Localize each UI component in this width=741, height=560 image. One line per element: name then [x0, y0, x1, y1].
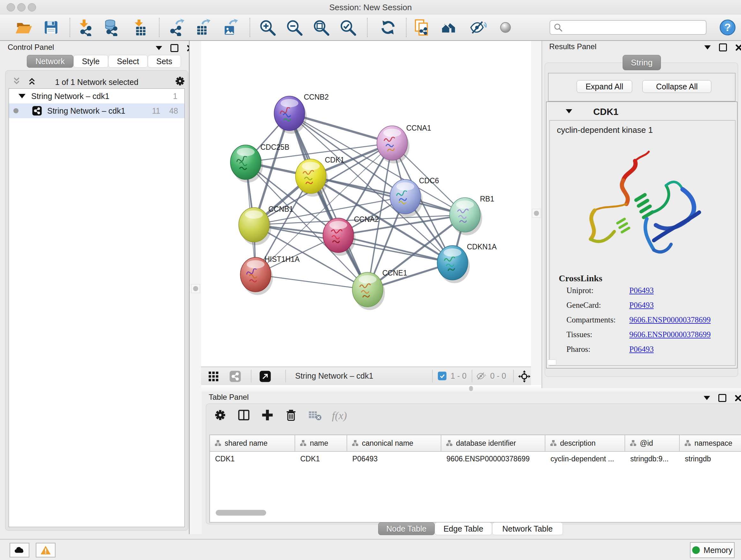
control-panel-tab-bar: NetworkStyleSelectSets	[27, 55, 181, 68]
tab-node-table[interactable]: Node Table	[378, 522, 434, 535]
show-columns-button[interactable]	[237, 408, 251, 423]
results-panel-close-icon[interactable]	[735, 44, 741, 51]
crosslink-value-link[interactable]: P06493	[629, 345, 654, 354]
table-horizontal-scrollbar[interactable]	[216, 510, 266, 516]
tree-expand-triangle-icon[interactable]	[18, 94, 25, 98]
network-badge-button[interactable]	[229, 370, 241, 384]
right-splitter-handle[interactable]	[532, 209, 541, 218]
network-node-label-CDC25B: CDC25B	[260, 143, 289, 151]
tab-style[interactable]: Style	[73, 55, 109, 68]
network-options-gear-button[interactable]	[174, 75, 186, 88]
column-header-namespace[interactable]: namespace	[680, 435, 741, 451]
search-input[interactable]	[549, 20, 706, 35]
crosslink-value-link[interactable]: P06493	[629, 301, 654, 310]
results-panel-float-icon[interactable]	[719, 44, 727, 51]
delete-table-button[interactable]	[308, 408, 322, 424]
table-panel-float-icon[interactable]	[718, 394, 726, 402]
table-cell[interactable]: 9606.ENSP00000378699	[441, 452, 545, 466]
protein-structure-image	[569, 142, 710, 266]
refresh-button[interactable]	[379, 18, 397, 37]
network-tree-child-row[interactable]: String Network – cdk1 11 48	[9, 104, 185, 118]
left-splitter[interactable]	[189, 41, 202, 534]
column-header-description[interactable]: description	[545, 435, 625, 451]
home-view-button[interactable]	[441, 18, 459, 37]
clone-network-button[interactable]	[413, 18, 431, 37]
control-panel-float-icon[interactable]	[171, 44, 179, 52]
entry-scrollbar-corner[interactable]	[547, 360, 556, 365]
column-header-shared-name[interactable]: shared name	[210, 435, 295, 451]
detach-view-button[interactable]	[259, 370, 271, 384]
expand-all-button[interactable]: Expand All	[577, 80, 632, 93]
houses-icon	[441, 19, 459, 36]
network-node-label-CDC6: CDC6	[419, 177, 439, 185]
column-header--id[interactable]: @id	[625, 435, 680, 451]
function-builder-button[interactable]: f(x)	[332, 410, 347, 422]
horizontal-splitter-handle[interactable]	[469, 386, 473, 391]
right-splitter[interactable]	[531, 41, 542, 388]
add-column-button[interactable]	[260, 408, 274, 423]
table-settings-button[interactable]	[213, 408, 227, 423]
warnings-button[interactable]	[36, 543, 56, 557]
hide-unhide-button[interactable]	[469, 18, 487, 37]
table-panel-collapse-icon[interactable]	[704, 396, 710, 400]
network-view-canvas[interactable]: CCNB2CCNA1CDC25BCDK1CDC6RB1CCNB1CCNA2CDK…	[201, 41, 531, 367]
zoom-in-button[interactable]	[259, 18, 276, 37]
table-cell[interactable]: stringdb:9...	[625, 452, 680, 466]
memory-button[interactable]: Memory	[690, 542, 735, 558]
zoom-fit-button[interactable]	[312, 18, 330, 37]
column-header-name[interactable]: name	[295, 435, 347, 451]
table-cell[interactable]: CDK1	[295, 452, 347, 466]
table-cell[interactable]: stringdb	[680, 452, 741, 466]
collapse-all-button[interactable]: Collapse All	[643, 80, 711, 93]
network-node-label-RB1: RB1	[480, 195, 494, 203]
table-row[interactable]: CDK1CDK1P064939606.ENSP00000378699cyclin…	[210, 452, 741, 466]
results-panel-collapse-icon[interactable]	[704, 45, 711, 50]
cloud-button[interactable]	[10, 543, 29, 557]
crosslink-value-link[interactable]: P06493	[629, 286, 654, 295]
table-cell[interactable]: CDK1	[210, 452, 295, 466]
tab-sets[interactable]: Sets	[148, 55, 181, 68]
collection-network-count: 1	[173, 91, 178, 101]
help-button[interactable]: ?	[719, 18, 737, 37]
table-cell[interactable]: P06493	[347, 452, 441, 466]
open-session-button[interactable]	[15, 18, 32, 37]
crosslink-value-link[interactable]: 9606.ENSP00000378699	[629, 315, 711, 324]
tab-network[interactable]: Network	[27, 55, 73, 68]
results-tab-string[interactable]: String	[623, 55, 661, 70]
center-view-button[interactable]	[518, 370, 531, 384]
tab-select[interactable]: Select	[108, 55, 147, 68]
network-tree-root-row[interactable]: String Network – cdk1 1	[9, 89, 185, 104]
import-table-button[interactable]	[131, 18, 149, 37]
annotation-mode-button[interactable]	[496, 18, 515, 37]
network-edge-CDK1-RB1[interactable]	[311, 176, 465, 215]
window-title: Session: New Session	[0, 3, 741, 12]
network-edge-CCNB2-CCNE1[interactable]	[289, 113, 367, 290]
control-panel-collapse-icon[interactable]	[156, 46, 162, 50]
grid-view-button[interactable]	[208, 371, 219, 383]
entry-expand-triangle-icon[interactable]	[566, 109, 572, 113]
zoom-out-button[interactable]	[285, 18, 303, 37]
import-network-button[interactable]	[77, 18, 94, 37]
export-network-button[interactable]	[167, 18, 185, 37]
import-network-from-database-button[interactable]	[104, 18, 121, 37]
delete-column-button[interactable]	[284, 408, 298, 423]
tab-edge-table[interactable]: Edge Table	[434, 522, 492, 535]
selected-items-checkbox[interactable]	[438, 372, 447, 380]
save-session-button[interactable]	[42, 18, 60, 37]
column-header-canonical-name[interactable]: canonical name	[347, 435, 441, 451]
export-table-button[interactable]	[194, 18, 212, 37]
node-table: shared namenamecanonical namedatabase id…	[209, 435, 741, 523]
table-panel-close-icon[interactable]	[735, 395, 741, 401]
column-hierarchy-icon	[214, 440, 221, 447]
table-cell[interactable]: cyclin-dependent ...	[545, 452, 625, 466]
string-network-graph[interactable]: CCNB2CCNA1CDC25BCDK1CDC6RB1CCNB1CCNA2CDK…	[201, 41, 531, 367]
tab-network-table[interactable]: Network Table	[492, 522, 563, 535]
export-image-button[interactable]	[221, 18, 239, 37]
zoom-fit-icon	[313, 19, 330, 36]
left-splitter-handle[interactable]	[191, 284, 200, 293]
column-header-database-identifier[interactable]: database identifier	[441, 435, 545, 451]
crosslink-value-link[interactable]: 9606.ENSP00000378699	[629, 330, 711, 339]
network-node-label-CCNA1: CCNA1	[406, 124, 431, 132]
network-collection-label: String Network – cdk1	[31, 91, 110, 101]
zoom-selected-button[interactable]	[339, 18, 357, 37]
